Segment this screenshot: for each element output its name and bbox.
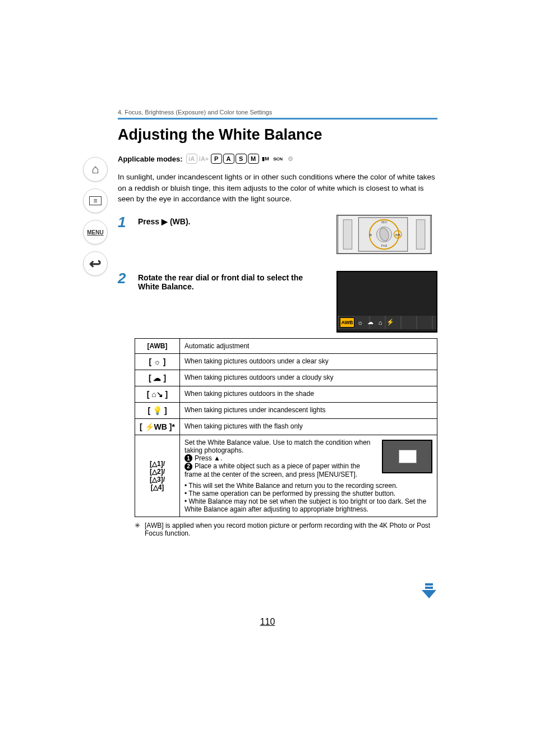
bullet-2: • The same operation can be performed by…: [185, 490, 432, 497]
applicable-modes: Applicable modes: iA iA+ P A S M ▮M SCN …: [118, 154, 437, 164]
step-2: 2 Rotate the rear dial or front dial to …: [118, 271, 437, 333]
mode-m-icon: M: [248, 154, 259, 164]
wb-opt-sun-icon: ☼: [356, 319, 365, 326]
wb-display-figure: WB AWB ☼ ☁ ⌂ ⚡: [336, 271, 437, 333]
wb-preset-2-icon: [△2]/: [150, 468, 165, 476]
nav-menu-button[interactable]: MENU: [83, 220, 108, 245]
nav-toc-button[interactable]: ≡: [83, 188, 108, 213]
table-row: [ ⌂↘ ]When taking pictures outdoors in t…: [135, 386, 437, 402]
applicable-modes-label: Applicable modes:: [118, 155, 183, 163]
step-1-text-a: Press ▶ (: [138, 217, 173, 226]
footnote-text: [AWB] is applied when you record motion …: [145, 522, 437, 537]
mode-s-icon: S: [236, 154, 247, 164]
step-2-text: Rotate the rear dial or front dial to se…: [138, 271, 329, 291]
wb-opt-flash-icon: ⚡: [386, 319, 395, 326]
camera-dial-figure: ISO ⚙ WB Fn3: [336, 215, 437, 260]
substep-2-text: Place a white object such as a piece of …: [185, 462, 360, 478]
sidebar: ⌂ ≡ MENU ↩: [79, 157, 112, 276]
mode-scn-icon: SCN: [273, 154, 284, 164]
mode-ia-plus-icon: iA+: [199, 154, 210, 164]
toc-icon: ≡: [89, 196, 102, 205]
step-1: 1 Press ▶ (WB). ISO ⚙ WB Fn3: [118, 215, 437, 260]
table-row: [AWB]Automatic adjustment: [135, 338, 437, 353]
wb-opt-cloud-icon: ☁: [366, 319, 375, 326]
table-row: [ 💡 ]When taking pictures under incandes…: [135, 402, 437, 418]
wb-key-cloudy-icon: [ ☁ ]: [135, 370, 180, 386]
svg-text:⚙: ⚙: [369, 233, 372, 237]
table-row: [ ☼ ]When taking pictures outdoors under…: [135, 353, 437, 370]
wb-preset-1-icon: [△1]/: [150, 460, 165, 468]
continue-arrow-icon[interactable]: [419, 583, 439, 599]
header-rule: [118, 118, 437, 119]
table-row-custom: [△1]/ [△2]/ [△3]/ [△4] Set the White Bal…: [135, 435, 437, 517]
nav-home-button[interactable]: ⌂: [83, 157, 108, 182]
main-content: 4. Focus, Brightness (Exposure) and Colo…: [118, 109, 437, 537]
svg-rect-10: [343, 219, 352, 248]
wb-settings-table: [AWB]Automatic adjustment [ ☼ ]When taki…: [135, 338, 437, 517]
svg-marker-14: [422, 590, 436, 598]
footnote-star: ✳: [135, 522, 140, 537]
custom-bullets: • This will set the White Balance and re…: [185, 482, 432, 513]
table-row: [ ☁ ]When taking pictures outdoors under…: [135, 370, 437, 386]
intro-text: In sunlight, under incandescent lights o…: [118, 172, 437, 205]
wb-custom-desc: Set the White Balance value. Use to matc…: [180, 435, 437, 517]
wb-glyph: WB: [173, 217, 186, 226]
substep-2-badge: 2: [185, 463, 192, 471]
wb-opt-shade-icon: ⌂: [376, 319, 385, 326]
home-icon: ⌂: [91, 162, 99, 177]
wb-desc: When taking pictures under incandescent …: [180, 402, 437, 418]
mode-video-icon: ▮M: [260, 154, 271, 164]
step-1-text-c: ).: [186, 217, 191, 226]
wb-desc: When taking pictures outdoors under a cl…: [180, 353, 437, 370]
mode-ia-icon: iA: [186, 154, 197, 164]
set-wb-frame-figure: [382, 440, 432, 473]
step-2-number: 2: [118, 271, 130, 285]
wb-key-shade-icon: [ ⌂↘ ]: [135, 386, 180, 402]
table-row: [ ⚡WB ]*When taking pictures with the fl…: [135, 418, 437, 435]
wb-desc: When taking pictures with the flash only: [180, 418, 437, 435]
footnote: ✳ [AWB] is applied when you record motio…: [135, 522, 437, 537]
svg-rect-12: [425, 583, 433, 586]
back-icon: ↩: [89, 255, 102, 273]
breadcrumb: 4. Focus, Brightness (Exposure) and Colo…: [118, 109, 437, 116]
mode-creative-icon: ⚙: [285, 154, 296, 164]
svg-text:Fn3: Fn3: [381, 244, 387, 247]
wb-desc: When taking pictures outdoors in the sha…: [180, 386, 437, 402]
bullet-1: • This will set the White Balance and re…: [185, 482, 432, 490]
nav-back-button[interactable]: ↩: [83, 251, 108, 276]
svg-text:WB: WB: [395, 233, 400, 237]
substep-1-text: Press ▲.: [195, 454, 222, 462]
page-title: Adjusting the White Balance: [118, 126, 437, 144]
wb-preset-3-icon: [△3]/: [150, 476, 165, 483]
substep-1-badge: 1: [185, 454, 192, 462]
wb-desc: Automatic adjustment: [180, 338, 437, 353]
wb-selected-option: AWB: [340, 317, 354, 328]
wb-key-awb: [AWB]: [135, 338, 180, 353]
bullet-3: • White Balance may not be set when the …: [185, 497, 432, 513]
step-1-number: 1: [118, 215, 130, 229]
menu-label: MENU: [87, 229, 103, 236]
mode-a-icon: A: [223, 154, 234, 164]
svg-rect-13: [425, 587, 433, 589]
svg-rect-11: [416, 219, 425, 248]
wb-key-flash-icon: [ ⚡WB ]*: [135, 418, 180, 435]
mode-icon-row: iA iA+ P A S M ▮M SCN ⚙: [186, 154, 296, 164]
step-1-text: Press ▶ (WB).: [138, 215, 329, 226]
wb-preset-4-icon: [△4]: [151, 483, 164, 491]
mode-p-icon: P: [211, 154, 222, 164]
page-number[interactable]: 110: [0, 617, 535, 627]
wb-desc: When taking pictures outdoors under a cl…: [180, 370, 437, 386]
wb-key-daylight-icon: [ ☼ ]: [135, 353, 180, 370]
wb-key-incandescent-icon: [ 💡 ]: [135, 402, 180, 418]
svg-text:ISO: ISO: [381, 220, 387, 223]
wb-key-custom-presets: [△1]/ [△2]/ [△3]/ [△4]: [135, 435, 180, 517]
wb-option-strip: AWB ☼ ☁ ⌂ ⚡: [338, 316, 436, 329]
